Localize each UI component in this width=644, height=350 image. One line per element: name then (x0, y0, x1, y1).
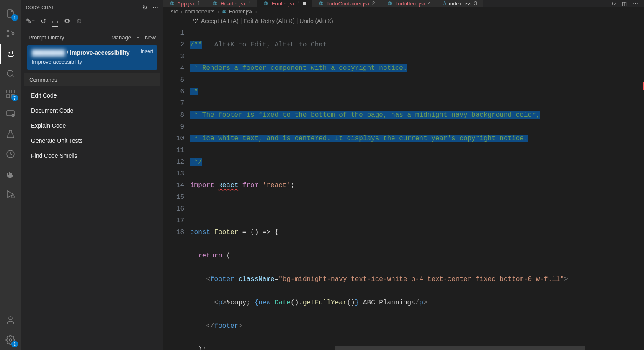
activity-bar: 1 7 1 (0, 0, 21, 350)
svg-rect-6 (7, 90, 10, 93)
svg-point-3 (9, 52, 10, 54)
editor[interactable]: 💡 123456789101112131415161718 /** Alt+K … (163, 27, 644, 350)
prompt-library-heading: Prompt Library (28, 34, 64, 41)
split-editor-icon[interactable]: ◫ (622, 0, 627, 7)
chat-toolbar: ✎⁺ ↺ ▭ ⚙ ☺ (21, 15, 163, 26)
new-link[interactable]: New (145, 34, 156, 41)
svg-rect-10 (7, 111, 14, 116)
svg-point-17 (12, 196, 14, 198)
manage-link[interactable]: Manage (111, 34, 131, 41)
svg-rect-4 (12, 51, 13, 54)
svg-rect-13 (7, 173, 8, 175)
cmd-document-code[interactable]: Document Code (24, 103, 160, 118)
explorer-badge: 1 (11, 14, 18, 21)
gutter: 123456789101112131415161718 (163, 27, 190, 350)
prompt-card[interactable]: Insert ████████ / improve-accessibility … (27, 45, 157, 70)
cmd-explain-code[interactable]: Explain Code (24, 118, 160, 133)
extensions-badge: 7 (11, 95, 18, 101)
tab-indexcss[interactable]: #index.css3 (437, 0, 483, 7)
tab-todoitem[interactable]: ⚛TodoItem.jsx4 (381, 0, 438, 7)
extensions-icon[interactable]: 7 (0, 84, 21, 104)
run-debug-icon[interactable] (0, 184, 21, 204)
prompt-library-header: Prompt Library Manage ＋ New (24, 29, 160, 44)
react-icon: ⚛ (263, 0, 269, 7)
react-icon: ⚛ (318, 0, 324, 7)
cmd-edit-code[interactable]: Edit Code (24, 88, 160, 103)
horizontal-scrollbar[interactable] (335, 346, 585, 350)
tab-header[interactable]: ⚛Header.jsx1 (206, 0, 258, 7)
tab-app[interactable]: ⚛App.jsx1 (163, 0, 206, 7)
sidebar-header: CODY: CHAT ↻ ⋯ (21, 0, 163, 15)
testing-icon[interactable] (0, 124, 21, 144)
tab-more-icon[interactable]: ⋯ (633, 0, 638, 7)
svg-point-2 (12, 33, 14, 35)
breadcrumb[interactable]: src› components› ⚛ Footer.jsx› ... (163, 7, 644, 16)
dirty-dot-icon (303, 2, 306, 5)
react-icon: ⚛ (387, 0, 393, 7)
cmd-code-smells[interactable]: Find Code Smells (24, 148, 160, 163)
sidebar: CODY: CHAT ↻ ⋯ ✎⁺ ↺ ▭ ⚙ ☺ Prompt Library… (21, 0, 163, 350)
prompt-desc: Improve accessibility (32, 59, 152, 65)
svg-rect-9 (11, 90, 14, 93)
svg-rect-16 (9, 172, 10, 173)
svg-point-18 (9, 317, 12, 320)
history-icon[interactable]: ↺ (41, 17, 46, 25)
search-icon[interactable] (0, 64, 21, 84)
docker-icon[interactable] (0, 164, 21, 184)
svg-rect-7 (7, 95, 10, 98)
svg-point-1 (7, 35, 9, 37)
plus-icon[interactable]: ＋ (135, 33, 141, 41)
reload-icon[interactable]: ↻ (142, 4, 147, 11)
insert-button[interactable]: Insert (141, 49, 153, 54)
svg-point-19 (9, 339, 12, 341)
timeline-icon[interactable] (0, 144, 21, 164)
account-icon[interactable] (0, 310, 21, 330)
cody-small-icon: ツ (193, 17, 198, 25)
sidebar-title: CODY: CHAT (26, 5, 54, 10)
tab-reload-icon[interactable]: ↻ (611, 0, 616, 7)
main: ⚛App.jsx1 ⚛Header.jsx1 ⚛Footer.jsx1 ⚛Tod… (163, 0, 644, 350)
prompt-title: ████████ / improve-accessibility (32, 49, 152, 56)
explorer-icon[interactable]: 1 (0, 3, 21, 23)
code-area[interactable]: /** Alt+K to Edit, Alt+L to Chat * Rende… (190, 27, 644, 350)
cody-icon[interactable] (0, 44, 21, 64)
new-chat-icon[interactable]: ✎⁺ (26, 17, 35, 25)
settings-badge: 1 (11, 341, 18, 347)
commands-heading: Commands (24, 73, 160, 86)
react-icon: ⚛ (212, 0, 218, 7)
settings-gear-icon[interactable]: ⚙ (64, 17, 70, 25)
tab-footer[interactable]: ⚛Footer.jsx1 (258, 0, 312, 7)
source-control-icon[interactable] (0, 23, 21, 44)
prompts-icon[interactable]: ▭ (52, 17, 58, 25)
svg-point-0 (7, 30, 9, 32)
commands-list: Edit Code Document Code Explain Code Gen… (24, 86, 160, 165)
remote-icon[interactable] (0, 104, 21, 124)
tabs: ⚛App.jsx1 ⚛Header.jsx1 ⚛Footer.jsx1 ⚛Tod… (163, 0, 644, 7)
react-icon: ⚛ (222, 8, 227, 15)
settings-icon[interactable]: 1 (0, 330, 21, 350)
svg-rect-14 (9, 173, 10, 175)
tab-todocontainer[interactable]: ⚛TodoContainer.jsx2 (312, 0, 381, 7)
svg-point-5 (7, 70, 13, 76)
code-actions[interactable]: ツ Accept (Alt+A) | Edit & Retry (Alt+R) … (163, 16, 644, 27)
account-circle-icon[interactable]: ☺ (76, 17, 82, 25)
cmd-generate-tests[interactable]: Generate Unit Tests (24, 133, 160, 148)
hash-icon: # (443, 0, 446, 7)
svg-rect-15 (10, 173, 12, 175)
react-icon: ⚛ (169, 0, 175, 7)
more-icon[interactable]: ⋯ (152, 4, 158, 11)
